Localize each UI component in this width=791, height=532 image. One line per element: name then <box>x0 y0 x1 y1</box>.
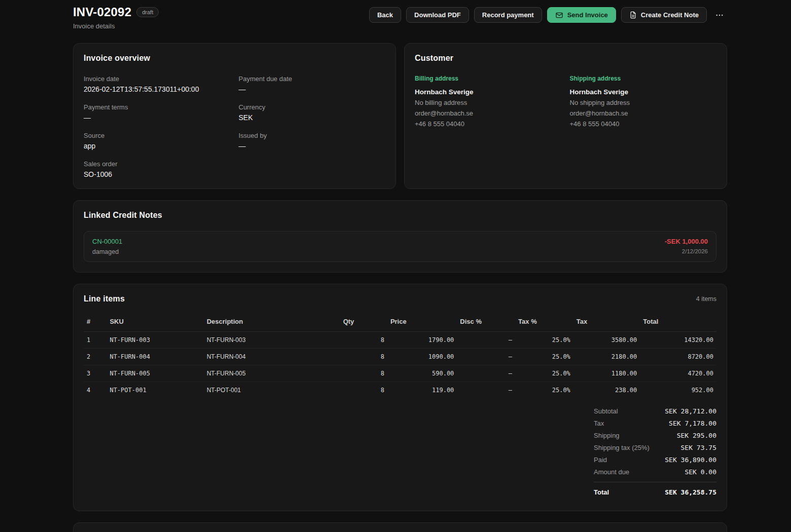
totals-grand-total: Total SEK 36,258.75 <box>594 482 716 496</box>
shipping-address-line: No shipping address <box>570 99 717 106</box>
more-options-button[interactable] <box>712 7 727 23</box>
field-payment-due-date: Payment due date — <box>239 75 386 93</box>
totals-tax: Tax SEK 7,178.00 <box>594 420 716 427</box>
document-icon <box>629 11 637 19</box>
customer-card: Customer Billing address Hornbach Sverig… <box>404 43 727 189</box>
send-invoice-label: Send Invoice <box>567 11 608 19</box>
line-items-title: Line items <box>84 294 125 303</box>
field-payment-terms: Payment terms — <box>84 103 231 122</box>
shipping-phone: +46 8 555 04040 <box>570 120 717 128</box>
invoice-overview-fields: Invoice date 2026-02-12T13:57:55.173011+… <box>84 75 385 178</box>
col-qty: Qty <box>340 313 387 332</box>
back-button[interactable]: Back <box>369 7 401 23</box>
totals-block: Subtotal SEK 28,712.00 Tax SEK 7,178.00 … <box>594 407 716 501</box>
col-index: # <box>84 313 106 332</box>
col-tax: Tax <box>573 313 640 332</box>
totals-amount-due: Amount due SEK 0.00 <box>594 468 716 476</box>
table-row: 2 NT-FURN-004 NT-FURN-004 8 1090.00 – 25… <box>84 349 716 365</box>
col-total: Total <box>640 313 716 332</box>
line-items-card: Line items 4 items # SKU Description Qty… <box>73 284 727 511</box>
totals-wrap: Subtotal SEK 28,712.00 Tax SEK 7,178.00 … <box>84 407 716 501</box>
send-invoice-button[interactable]: Send Invoice <box>547 7 616 23</box>
field-sales-order: Sales order SO-1006 <box>84 160 231 178</box>
page-subtitle: Invoice details <box>73 22 159 30</box>
line-items-count: 4 items <box>696 295 716 302</box>
credit-note-date: 2/12/2026 <box>665 248 708 254</box>
linked-credit-notes-card: Linked Credit Notes CN-00001 damaged -SE… <box>73 200 727 273</box>
mail-icon <box>555 11 563 19</box>
table-header-row: # SKU Description Qty Price Disc % Tax %… <box>84 313 716 332</box>
line-items-header: Line items 4 items <box>84 294 716 303</box>
table-row: 1 NT-FURN-003 NT-FURN-003 8 1790.00 – 25… <box>84 332 716 349</box>
field-invoice-date: Invoice date 2026-02-12T13:57:55.173011+… <box>84 75 231 93</box>
linked-credit-notes-title: Linked Credit Notes <box>84 211 716 220</box>
create-credit-note-button[interactable]: Create Credit Note <box>621 7 707 23</box>
credit-note-amount: -SEK 1,000.00 <box>665 238 708 245</box>
totals-shipping-tax: Shipping tax (25%) SEK 73.75 <box>594 444 716 451</box>
col-sku: SKU <box>106 313 203 332</box>
shipping-address-block: Shipping address Hornbach Sverige No shi… <box>570 75 717 128</box>
title-block: INV-02092 draft Invoice details <box>73 5 159 30</box>
overview-row: Invoice overview Invoice date 2026-02-12… <box>73 43 727 189</box>
page-title: INV-02092 <box>73 5 131 19</box>
invoice-overview-card: Invoice overview Invoice date 2026-02-12… <box>73 43 396 189</box>
billing-name: Hornbach Sverige <box>415 88 562 96</box>
status-badge: draft <box>136 7 159 17</box>
billing-address-block: Billing address Hornbach Sverige No bill… <box>415 75 562 128</box>
ellipsis-icon <box>715 11 724 20</box>
shipping-email: order@hornbach.se <box>570 109 717 117</box>
line-items-table: # SKU Description Qty Price Disc % Tax %… <box>84 313 716 398</box>
table-row: 3 NT-FURN-005 NT-FURN-005 8 590.00 – 25.… <box>84 365 716 382</box>
payment-summary-card: Payment summary Track payments received … <box>73 522 727 532</box>
credit-note-link[interactable]: CN-00001 <box>92 238 122 245</box>
invoice-detail-page: INV-02092 draft Invoice details Back Dow… <box>0 0 791 532</box>
credit-note-reason: damaged <box>92 248 122 255</box>
shipping-address-label: Shipping address <box>570 75 717 82</box>
col-price: Price <box>387 313 457 332</box>
col-tax-pct: Tax % <box>515 313 573 332</box>
shipping-name: Hornbach Sverige <box>570 88 717 96</box>
totals-shipping: Shipping SEK 295.00 <box>594 432 716 439</box>
billing-phone: +46 8 555 04040 <box>415 120 562 128</box>
create-credit-note-label: Create Credit Note <box>641 11 699 19</box>
col-description: Description <box>204 313 340 332</box>
page-header: INV-02092 draft Invoice details Back Dow… <box>73 5 727 30</box>
field-issued-by: Issued by — <box>239 132 386 150</box>
customer-addresses: Billing address Hornbach Sverige No bill… <box>415 75 716 128</box>
field-currency: Currency SEK <box>239 103 386 122</box>
billing-email: order@hornbach.se <box>415 109 562 117</box>
totals-subtotal: Subtotal SEK 28,712.00 <box>594 407 716 415</box>
totals-paid: Paid SEK 36,890.00 <box>594 456 716 464</box>
invoice-overview-title: Invoice overview <box>84 54 385 63</box>
billing-address-label: Billing address <box>415 75 562 82</box>
customer-title: Customer <box>415 54 716 63</box>
record-payment-button[interactable]: Record payment <box>474 7 542 23</box>
download-pdf-button[interactable]: Download PDF <box>406 7 469 23</box>
billing-address-line: No billing address <box>415 99 562 106</box>
table-row: 4 NT-POT-001 NT-POT-001 8 119.00 – 25.0%… <box>84 382 716 399</box>
credit-note-right: -SEK 1,000.00 2/12/2026 <box>665 238 708 254</box>
field-source: Source app <box>84 132 231 150</box>
col-disc: Disc % <box>457 313 515 332</box>
header-actions: Back Download PDF Record payment Send In… <box>369 7 727 23</box>
credit-note-left: CN-00001 damaged <box>92 238 122 255</box>
credit-note-item[interactable]: CN-00001 damaged -SEK 1,000.00 2/12/2026 <box>84 231 716 262</box>
